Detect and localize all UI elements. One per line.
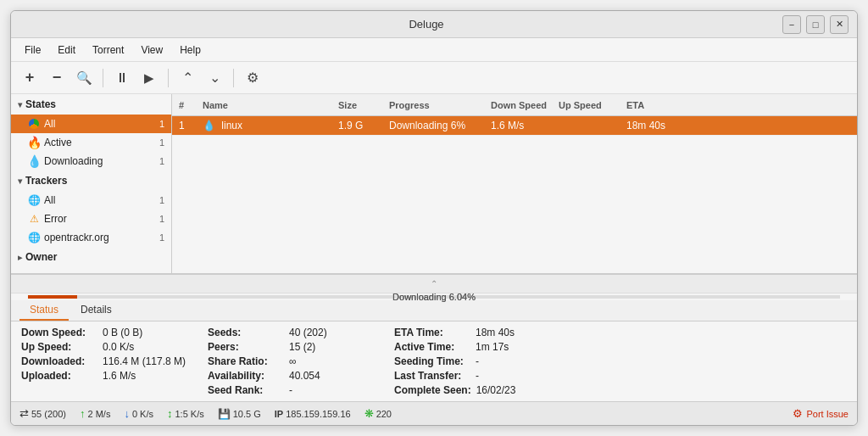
menu-edit[interactable]: Edit — [51, 42, 82, 59]
remove-button[interactable]: − — [45, 66, 69, 90]
stat-label-active-time: Active Time: — [394, 341, 470, 353]
close-button[interactable]: ✕ — [830, 15, 849, 34]
toolbar-sep-1 — [103, 69, 103, 87]
menu-file[interactable]: File — [18, 42, 47, 59]
sidebar-item-trackers-all[interactable]: 🌐 All 1 — [11, 191, 171, 210]
stat-row-seeding-time: Seeding Time: - — [394, 355, 564, 367]
stat-value-seeds: 40 (202) — [289, 327, 327, 338]
stat-col-right: ETA Time: 18m 40s Active Time: 1m 17s Se… — [394, 327, 564, 396]
bottom-tabs: Status Details — [11, 300, 857, 321]
stat-value-seeding-time: - — [476, 355, 479, 367]
stat-value-availability: 40.054 — [289, 370, 320, 382]
updown-icon: ↕ — [167, 407, 173, 420]
sidebar-item-all[interactable]: All 1 — [11, 115, 171, 133]
status-updown: ↕ 1:5 K/s — [167, 407, 204, 420]
sidebar-item-count-downloading: 1 — [159, 156, 164, 166]
stat-row-active-time: Active Time: 1m 17s — [394, 341, 564, 353]
tab-status[interactable]: Status — [19, 300, 69, 321]
torrent-eta: 18m 40s — [626, 120, 694, 131]
sidebar-item-downloading[interactable]: 💧 Downloading 1 — [11, 152, 171, 170]
settings-button[interactable]: ⚙ — [241, 66, 264, 90]
stat-label-availability: Availability: — [208, 370, 284, 382]
bottom-collapse-bar[interactable]: ⌃ — [11, 275, 857, 293]
dht-value: 220 — [376, 409, 392, 419]
stat-row-seeds: Seeds: 40 (202) — [208, 327, 377, 338]
stat-row-down-speed: Down Speed: 0 B (0 B) — [21, 327, 191, 338]
port-issue-icon: ⚙ — [793, 407, 803, 420]
torrent-num: 1 — [179, 120, 203, 131]
stat-row-peers: Peers: 15 (2) — [208, 341, 377, 353]
stat-value-peers: 15 (2) — [289, 341, 315, 353]
statusbar: ⇄ 55 (200) ↑ 2 M/s ↓ 0 K/s ↕ 1:5 K/s 💾 1… — [11, 401, 857, 425]
active-icon: 🔥 — [28, 137, 40, 148]
minimize-button[interactable]: − — [782, 15, 801, 34]
stat-value-share-ratio: ∞ — [289, 355, 297, 367]
tab-details[interactable]: Details — [70, 300, 122, 321]
stat-label-complete-seen: Complete Seen: — [394, 384, 471, 396]
stat-row-seed-rank: Seed Rank: - — [208, 384, 377, 396]
stat-value-eta-time: 18m 40s — [476, 327, 515, 338]
col-header-num[interactable]: # — [179, 100, 203, 110]
col-header-name[interactable]: Name — [203, 100, 338, 110]
sidebar-item-error[interactable]: ⚠ Error 1 — [11, 210, 171, 228]
maximize-button[interactable]: □ — [806, 15, 825, 34]
torrent-status-icon: 💧 — [203, 120, 215, 131]
move-down-button[interactable]: ⌄ — [203, 66, 226, 90]
sidebar-item-active[interactable]: 🔥 Active 1 — [11, 133, 171, 152]
torrent-size: 1.9 G — [338, 120, 389, 131]
sidebar-item-label-active: Active — [44, 137, 156, 148]
toolbar-sep-2 — [168, 69, 169, 87]
sidebar: States All 1 🔥 Active 1 💧 Downloading 1 — [11, 94, 172, 273]
stat-label-downloaded: Downloaded: — [21, 355, 97, 367]
section-header-trackers[interactable]: Trackers — [11, 170, 171, 191]
stat-col-left: Down Speed: 0 B (0 B) Up Speed: 0.0 K/s … — [21, 327, 191, 396]
status-download: ↓ 0 K/s — [124, 407, 153, 420]
search-button[interactable]: 🔍 — [72, 66, 96, 90]
port-issue-label: Port Issue — [806, 409, 849, 419]
torrent-panel: # Name Size Progress Down Speed Up Speed… — [172, 94, 857, 273]
stat-row-up-speed: Up Speed: 0.0 K/s — [21, 341, 191, 353]
menu-help[interactable]: Help — [173, 42, 208, 59]
sidebar-item-count-error: 1 — [159, 214, 164, 224]
toolbar-sep-3 — [233, 69, 234, 87]
main-window: Deluge − □ ✕ File Edit Torrent View Help… — [10, 10, 858, 426]
move-up-button[interactable]: ⌃ — [175, 66, 199, 90]
resume-button[interactable]: ▶ — [137, 66, 161, 90]
section-label-owner: Owner — [25, 251, 57, 263]
toolbar: + − 🔍 ⏸ ▶ ⌃ ⌄ ⚙ — [11, 62, 857, 94]
section-header-states[interactable]: States — [11, 94, 171, 115]
add-button[interactable]: + — [18, 66, 42, 90]
downloading-icon: 💧 — [28, 155, 40, 167]
status-storage: 💾 10.5 G — [218, 408, 261, 420]
window-controls: − □ ✕ — [782, 15, 849, 34]
col-header-progress[interactable]: Progress — [389, 100, 491, 110]
col-header-up[interactable]: Up Speed — [559, 100, 626, 110]
sidebar-item-opentrackr[interactable]: 🌐 opentrackr.org 1 — [11, 228, 171, 247]
owner-chevron-icon — [18, 253, 22, 262]
menu-view[interactable]: View — [134, 42, 170, 59]
table-row[interactable]: 1 💧 linux 1.9 G Downloading 6% 1.6 M/s 1… — [172, 116, 857, 136]
pause-button[interactable]: ⏸ — [110, 66, 134, 90]
stat-value-down-speed: 0 B (0 B) — [103, 327, 142, 338]
upload-value: 2 M/s — [87, 409, 110, 419]
updown-value: 1:5 K/s — [175, 409, 203, 419]
sidebar-item-count-active: 1 — [159, 137, 164, 148]
stat-label-peers: Peers: — [208, 341, 284, 353]
status-connections: ⇄ 55 (200) — [19, 407, 66, 420]
stat-label-seeds: Seeds: — [208, 327, 284, 338]
col-header-down[interactable]: Down Speed — [491, 100, 559, 110]
col-header-size[interactable]: Size — [338, 100, 389, 110]
section-label-states: States — [25, 98, 56, 110]
stat-label-seeding-time: Seeding Time: — [394, 355, 470, 367]
menubar: File Edit Torrent View Help — [11, 38, 857, 62]
stat-value-complete-seen: 16/02/23 — [476, 384, 516, 396]
stat-label-seed-rank: Seed Rank: — [208, 384, 284, 396]
section-header-owner[interactable]: Owner — [11, 247, 171, 267]
menu-torrent[interactable]: Torrent — [86, 42, 131, 59]
torrent-down-speed: 1.6 M/s — [491, 120, 559, 131]
stat-row-eta-time: ETA Time: 18m 40s — [394, 327, 564, 338]
sidebar-item-count-opentrackr: 1 — [159, 232, 164, 243]
stat-value-downloaded: 116.4 M (117.8 M) — [103, 355, 186, 367]
col-header-eta[interactable]: ETA — [626, 100, 694, 110]
stat-label-last-transfer: Last Transfer: — [394, 370, 470, 382]
